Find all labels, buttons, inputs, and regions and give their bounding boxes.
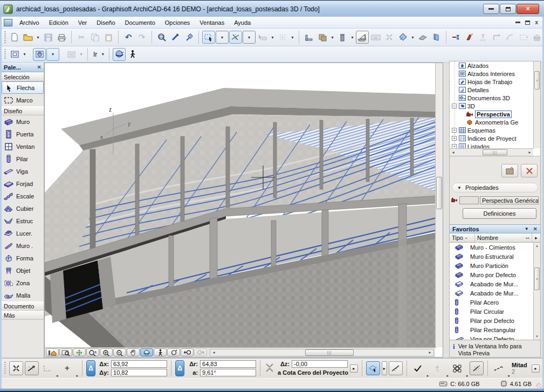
go-to-label[interactable]: Ir [91,51,99,58]
tool-muro[interactable]: Muro [2,115,44,128]
snap-points-dropdown-icon[interactable]: ▾ [290,35,295,40]
angle-field[interactable]: 9,61° [200,369,256,376]
origin-button[interactable]: + [60,361,74,375]
quick-layers-button[interactable] [8,48,21,61]
marquee-dropdown-button[interactable]: ▾ [216,31,229,44]
tool-escalera[interactable]: Escale [2,190,44,202]
section-plane-button[interactable] [416,31,429,44]
layers-button[interactable] [316,31,329,44]
zoom-in-button[interactable] [100,348,113,356]
save-button[interactable] [42,31,54,44]
drag-constraint-button[interactable] [9,361,23,375]
close-button[interactable]: ✕ [517,4,539,14]
favorite-row-pilar-defecto[interactable]: Pilar por Defecto [450,316,540,325]
menu-diseno[interactable]: Diseño [92,18,120,27]
navigator-item-detalles[interactable]: Detalles [450,86,540,94]
scroll-left-icon[interactable]: ◂ [210,350,217,355]
tool-ventana[interactable]: Ventan [2,140,44,153]
favorite-row-acabado-2[interactable]: Acabado de Mur... [450,288,540,298]
section-documento[interactable]: Documento [2,301,44,311]
fillet-button[interactable] [504,31,517,44]
camera-book-button[interactable] [430,31,443,44]
next-view-button[interactable] [194,348,207,356]
menu-ver[interactable]: Ver [73,18,92,27]
favorite-row-muro-estructural[interactable]: Muro Estructural [450,252,540,261]
paste-button[interactable] [102,31,115,44]
cursor-snap-dropdown-icon[interactable]: ▾ [270,35,276,40]
roof-tools-button[interactable] [531,31,543,44]
expand-arrow-icon[interactable]: ▸ [446,374,449,378]
inject-parameters-button[interactable] [182,31,195,44]
navigator-item-alzados-interiores[interactable]: Alzados Interiores [450,70,540,78]
navigator-item-perspectiva[interactable]: Perspectiva [450,110,540,118]
column-nombre[interactable]: Nombre▴▴ [475,233,532,242]
tool-lucernario[interactable]: Lucer. [2,227,44,239]
snap-check-button[interactable] [411,361,425,375]
snap-guides-button[interactable] [229,31,242,44]
go-dropdown-icon[interactable]: ▾ [100,52,106,57]
split-button[interactable] [450,31,463,44]
pick-parameters-button[interactable] [169,31,182,44]
restore-button[interactable] [500,4,516,14]
settings-button[interactable]: Definiciones [463,208,536,219]
find-select-button[interactable] [155,31,168,44]
tool-estructura[interactable]: Estruc [2,215,44,227]
favorite-row-muro-particion[interactable]: Muro Partición [450,261,540,270]
navigator-item-alzados[interactable]: Alzados [450,61,540,70]
mdi-restore-icon[interactable] [525,20,530,25]
tool-muro-cortina[interactable]: Muro . [2,239,44,252]
column-options-button[interactable]: ▸ [532,233,540,242]
pan-button[interactable] [127,348,140,356]
scroll-right-icon[interactable]: ▸ [426,350,433,355]
model-display-button[interactable] [46,348,59,356]
stretch-box-button[interactable] [517,31,530,44]
viewport-horizontal-scrollbar[interactable]: ◂ ||| ▸ [210,349,434,356]
toolbar-grip[interactable] [4,49,6,59]
favorite-row-pilar-rectangular[interactable]: Pilar Rectangular [450,325,540,334]
toolbox-close-icon[interactable]: ✕ [37,64,42,70]
trace-reference-button[interactable] [65,48,78,61]
tag-dropdown-icon[interactable]: ▾ [410,35,416,40]
favorite-row-muro-defecto[interactable]: Muro por Defecto [450,270,540,279]
explore-button[interactable] [154,348,167,356]
trace-dropdown-icon[interactable]: ▾ [78,52,84,57]
favorite-row-muro-cimientos[interactable]: Muro - Cimientos [450,243,540,252]
navigator-item-esquemas[interactable]: + Esquemas [450,126,540,134]
view-name-field[interactable]: Perspectiva Genérica [480,196,539,204]
magic-wand-button[interactable] [470,361,484,375]
explore-walk-button[interactable] [126,48,139,61]
snap-line-button[interactable] [389,361,403,375]
scrollbar-thumb[interactable] [436,177,442,209]
snap-points-button[interactable] [276,31,289,44]
section-mas[interactable]: Más [2,311,44,320]
tool-objeto[interactable]: Objet [2,264,44,277]
previous-view-button[interactable] [181,348,194,356]
3d-window-dropdown-button[interactable]: ▾ [46,48,59,61]
navigator-item-hojas-de-trabajo[interactable]: Hojas de Trabajo [450,78,540,86]
cursor-snap-toggle-button[interactable] [366,361,380,375]
menu-edicion[interactable]: Edición [44,18,73,27]
tool-marco[interactable]: Marco [2,94,44,106]
scrollbar-thumb[interactable]: ||| [305,349,354,356]
marquee-mode-button[interactable] [202,31,215,44]
navigator-item-documentos-3d[interactable]: # Documentos 3D [450,94,540,102]
copy-button[interactable] [88,31,101,44]
section-seleccion[interactable]: Selección [2,72,44,81]
delete-viewpoint-button[interactable] [521,164,538,177]
properties-header[interactable]: ▼ Propiedades [452,183,538,192]
orbit-button[interactable] [113,48,126,61]
tool-flecha[interactable]: Flecha [2,81,44,94]
column-tipo[interactable]: Tipo▴ [450,233,475,242]
favorites-scrollbar[interactable]: ▴ ≡ ▾ [533,243,540,340]
dx-field[interactable]: 63,92 [111,360,167,368]
column-display-button[interactable] [336,31,349,44]
tag-label-button[interactable] [396,31,409,44]
orbit-view-button[interactable] [140,348,153,356]
tool-forjado[interactable]: Forjad [2,177,44,190]
snap-options-button[interactable]: ▸ [382,361,387,375]
layers-dropdown-icon[interactable]: ▾ [329,35,335,40]
adjust-button[interactable] [463,31,476,44]
titlebar[interactable]: archicad_losas_postesadas - Graphisoft A… [0,1,544,17]
expand-arrow-icon[interactable]: ▸ [466,374,469,378]
dr-field[interactable]: 64,83 [200,360,256,368]
